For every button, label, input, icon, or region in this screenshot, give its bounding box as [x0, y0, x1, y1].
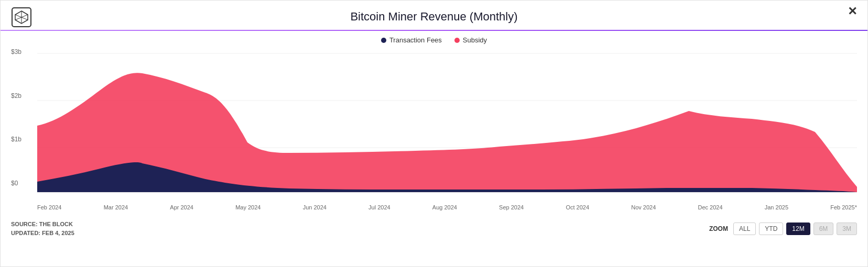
x-label-feb24: Feb 2024 — [37, 204, 61, 210]
x-label-may24: May 2024 — [235, 204, 261, 210]
chart-svg — [37, 48, 857, 200]
zoom-label: ZOOM — [709, 225, 728, 232]
y-label-2b: $2b — [11, 92, 37, 99]
legend: Transaction Fees Subsidy — [1, 36, 867, 44]
x-label-nov24: Nov 2024 — [631, 204, 656, 210]
y-label-1b: $1b — [11, 136, 37, 143]
chart-container: Bitcoin Miner Revenue (Monthly) ✕ Transa… — [0, 0, 868, 267]
y-axis: $3b $2b $1b $0 — [11, 48, 37, 195]
y-label-3b: $3b — [11, 48, 37, 55]
x-label-jun24: Jun 2024 — [303, 204, 327, 210]
legend-item-fees: Transaction Fees — [381, 36, 442, 44]
legend-dot-fees — [381, 38, 386, 43]
zoom-controls: ZOOM ALL YTD 12M 6M 3M — [709, 222, 857, 235]
x-label-feb25: Feb 2025* — [830, 204, 857, 210]
footer: SOURCE: THE BLOCK UPDATED: FEB 4, 2025 Z… — [1, 216, 867, 237]
zoom-btn-12m[interactable]: 12M — [786, 222, 810, 235]
close-button[interactable]: ✕ — [848, 6, 857, 17]
x-axis: Feb 2024 Mar 2024 Apr 2024 May 2024 Jun … — [37, 204, 857, 210]
x-label-jul24: Jul 2024 — [368, 204, 390, 210]
logo — [11, 7, 32, 30]
source-text: SOURCE: THE BLOCK UPDATED: FEB 4, 2025 — [11, 220, 74, 237]
chart-title: Bitcoin Miner Revenue (Monthly) — [350, 10, 517, 24]
zoom-btn-ytd[interactable]: YTD — [759, 222, 783, 235]
zoom-btn-all[interactable]: ALL — [733, 222, 756, 235]
legend-label-subsidy: Subsidy — [463, 36, 487, 44]
zoom-btn-6m: 6M — [813, 222, 834, 235]
x-label-jan25: Jan 2025 — [765, 204, 788, 210]
x-label-aug24: Aug 2024 — [432, 204, 457, 210]
zoom-btn-3m: 3M — [837, 222, 857, 235]
x-label-mar24: Mar 2024 — [104, 204, 128, 210]
x-label-apr24: Apr 2024 — [170, 204, 193, 210]
x-label-sep24: Sep 2024 — [499, 204, 524, 210]
x-label-oct24: Oct 2024 — [566, 204, 589, 210]
y-label-0: $0 — [11, 180, 37, 187]
purple-divider — [1, 30, 867, 31]
updated-label: UPDATED: FEB 4, 2025 — [11, 229, 74, 238]
legend-item-subsidy: Subsidy — [454, 36, 487, 44]
header: Bitcoin Miner Revenue (Monthly) ✕ — [1, 1, 867, 24]
legend-dot-subsidy — [454, 38, 460, 43]
x-label-dec24: Dec 2024 — [698, 204, 722, 210]
source-label: SOURCE: THE BLOCK — [11, 220, 74, 229]
legend-label-fees: Transaction Fees — [389, 36, 442, 44]
